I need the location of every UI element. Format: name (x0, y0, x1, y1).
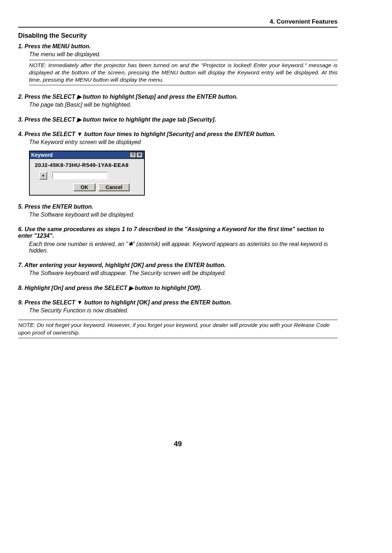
close-icon[interactable]: ✕ (136, 152, 143, 158)
chapter-title: 4. Convenient Features (270, 18, 338, 25)
dialog-button-row: OK Cancel (62, 183, 141, 191)
step-7-title: 7. After entering your keyword, highligh… (18, 262, 338, 269)
header-bar: 4. Convenient Features (18, 18, 338, 28)
step-1-title: 1. Press the MENU button. (18, 43, 338, 50)
step-5-desc: The Software keyboard will be displayed. (29, 212, 338, 218)
dialog-title: Keyword (31, 152, 53, 158)
final-note: NOTE: Do not forget your keyword. Howeve… (18, 320, 338, 338)
step-1-desc: The menu will be displayed. (29, 51, 338, 58)
dropdown-button[interactable]: ▼ (39, 172, 47, 180)
step-4-desc: The Keyword entry screen will be display… (29, 139, 338, 146)
step-2-desc: The page tab [Basic] will be highlighted… (29, 102, 338, 108)
dialog-window-icons: ? ✕ (130, 152, 143, 158)
step-6-desc: Each time one number is entered, an "✱" … (29, 241, 338, 254)
step-9-desc: The Security Function is now disabled. (29, 307, 338, 314)
ok-button[interactable]: OK (73, 183, 95, 191)
step-5-title: 5. Press the ENTER button. (18, 204, 338, 210)
dialog-body: 20J2-45K8-73HU-R549-1YA6-EEA8 ▼ OK Cance… (30, 159, 144, 195)
step-2-title: 2. Press the SELECT ▶ button to highligh… (18, 93, 338, 100)
serial-code: 20J2-45K8-73HU-R549-1YA6-EEA8 (35, 162, 141, 168)
step-8-title: 8. Highlight [On] and press the SELECT ▶… (18, 284, 338, 291)
help-icon[interactable]: ? (130, 152, 136, 158)
step-6-title: 6. Use the same procedures as steps 1 to… (18, 226, 338, 239)
step-9-title: 9. Press the SELECT ▼ button to highligh… (18, 299, 338, 306)
cancel-button[interactable]: Cancel (98, 183, 130, 191)
step-4-title: 4. Press the SELECT ▼ button four times … (18, 131, 338, 138)
dialog-titlebar: Keyword ? ✕ (30, 151, 144, 159)
page-number: 49 (18, 440, 338, 448)
step-7-desc: The Software keyboard will disappear. Th… (29, 270, 338, 276)
chevron-down-icon: ▼ (41, 174, 45, 178)
section-title: Disabling the Security (18, 32, 338, 40)
input-row: ▼ (39, 172, 141, 180)
keyword-input[interactable] (52, 172, 107, 179)
keyword-dialog: Keyword ? ✕ 20J2-45K8-73HU-R549-1YA6-EEA… (29, 151, 145, 196)
step-1-note: NOTE: Immediately after the projector ha… (29, 60, 338, 85)
step-3-title: 3. Press the SELECT ▶ button twice to hi… (18, 116, 338, 123)
